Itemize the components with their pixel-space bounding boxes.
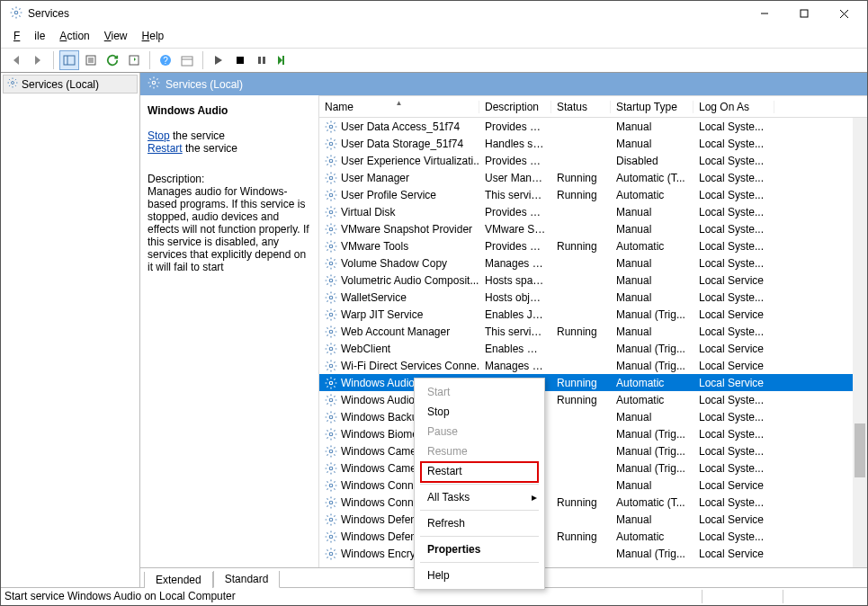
table-row[interactable]: WebClientEnables Win...Manual (Trig...Lo… [319, 340, 867, 357]
svg-rect-7 [64, 56, 75, 65]
svg-point-51 [329, 535, 333, 539]
row-desc: This service ... [479, 189, 551, 201]
help-button[interactable]: ? [156, 50, 175, 70]
table-row[interactable]: Windows BackupManualLocal Syste... [319, 408, 867, 425]
row-status: Running [551, 530, 611, 543]
row-startup: Manual (Trig... [611, 462, 694, 475]
row-desc: Provides su... [479, 155, 551, 167]
row-startup: Automatic (T... [611, 496, 694, 509]
forward-button[interactable] [28, 50, 48, 70]
table-row[interactable]: Windows AudioRunningAutomaticLocal Servi… [319, 374, 867, 391]
svg-marker-23 [278, 56, 282, 65]
ctx-refresh[interactable]: Refresh [415, 513, 544, 533]
stop-service-link[interactable]: Stop [148, 129, 170, 142]
minimize-button[interactable] [745, 1, 784, 26]
service-gear-icon [325, 360, 337, 372]
menu-file[interactable]: File [6, 28, 52, 46]
ctx-stop[interactable]: Stop [415, 402, 544, 422]
ctx-restart[interactable]: Restart [415, 461, 544, 481]
menu-action[interactable]: Action [52, 28, 96, 46]
panel-title: Services (Local) [166, 78, 243, 91]
table-row[interactable]: Windows DefenderManualLocal Service [319, 511, 867, 528]
table-row[interactable]: Virtual DiskProvides m...ManualLocal Sys… [319, 203, 867, 220]
show-hide-tree-button[interactable] [59, 50, 79, 70]
pause-service-button[interactable] [252, 50, 272, 70]
svg-marker-5 [13, 56, 19, 65]
table-row[interactable]: Warp JIT ServiceEnables JIT ...Manual (T… [319, 306, 867, 323]
table-row[interactable]: Windows Audio EnRunningAutomaticLocal Sy… [319, 391, 867, 408]
table-row[interactable]: VMware Snapshot ProviderVMware Sn...Manu… [319, 220, 867, 237]
table-row[interactable]: Windows ConnectiRunningAutomatic (T...Lo… [319, 494, 867, 511]
row-status: Running [551, 377, 611, 389]
menu-view[interactable]: View [97, 28, 135, 46]
svg-point-49 [329, 501, 333, 504]
service-gear-icon [325, 274, 337, 287]
col-startup[interactable]: Startup Type [611, 101, 694, 113]
row-startup: Manual [611, 223, 694, 236]
row-name: User Profile Service [341, 189, 436, 201]
table-row[interactable]: Windows BiometricManual (Trig...Local Sy… [319, 425, 867, 442]
table-row[interactable]: Windows DefenderRunningAutomaticLocal Sy… [319, 528, 867, 545]
properties-button[interactable] [81, 50, 101, 70]
scrollbar-thumb[interactable] [855, 423, 865, 477]
svg-point-38 [329, 313, 333, 316]
service-gear-icon [325, 325, 337, 338]
row-name: Warp JIT Service [341, 308, 423, 321]
ctx-pause: Pause [415, 422, 544, 441]
col-description[interactable]: Description [479, 101, 551, 113]
restart-service-link[interactable]: Restart [148, 142, 183, 155]
tab-standard[interactable]: Standard [213, 571, 281, 588]
table-row[interactable]: User Data Storage_51f74Handles sto...Man… [319, 135, 867, 152]
row-name: User Data Storage_51f74 [341, 138, 463, 150]
restart-service-button[interactable] [273, 50, 293, 70]
start-service-button[interactable] [209, 50, 228, 70]
table-row[interactable]: Volumetric Audio Composit...Hosts spatia… [319, 272, 867, 289]
row-logon: Local Syste... [694, 206, 774, 218]
service-gear-icon [325, 377, 337, 389]
table-row[interactable]: Windows ConnectManualLocal Service [319, 477, 867, 494]
tab-extended[interactable]: Extended [144, 572, 213, 588]
table-row[interactable]: Web Account ManagerThis service ...Runni… [319, 323, 867, 340]
nav-services-local[interactable]: Services (Local) [3, 75, 138, 94]
stop-service-button[interactable] [230, 50, 250, 70]
table-row[interactable]: WalletServiceHosts objec...ManualLocal S… [319, 289, 867, 306]
sort-indicator-icon: ▲ [396, 101, 403, 107]
table-row[interactable]: User ManagerUser Manag...RunningAutomati… [319, 169, 867, 186]
service-list: Name▲ Description Status Startup Type Lo… [318, 95, 867, 567]
nav-label: Services (Local) [22, 78, 99, 91]
maximize-button[interactable] [784, 1, 824, 26]
svg-marker-6 [35, 56, 40, 65]
table-row[interactable]: Windows Camera FManual (Trig...Local Sys… [319, 459, 867, 477]
ctx-all-tasks[interactable]: All Tasks▸ [415, 487, 544, 507]
ctx-help[interactable]: Help [415, 566, 544, 585]
row-startup: Manual [611, 513, 694, 526]
table-row[interactable]: Volume Shadow CopyManages an...ManualLoc… [319, 254, 867, 272]
ctx-properties[interactable]: Properties [415, 539, 544, 559]
scrollbar[interactable] [853, 118, 867, 567]
table-row[interactable]: User Data Access_51f74Provides ap...Manu… [319, 118, 867, 135]
service-gear-icon [325, 223, 337, 236]
col-name[interactable]: Name▲ [319, 101, 479, 113]
table-row[interactable]: Windows Camera FManual (Trig...Local Sys… [319, 442, 867, 459]
col-status[interactable]: Status [551, 101, 611, 113]
export-button[interactable] [124, 50, 144, 70]
table-row[interactable]: User Profile ServiceThis service ...Runn… [319, 186, 867, 203]
table-row[interactable]: Windows EncrypticManual (Trig...Local Se… [319, 545, 867, 562]
close-button[interactable] [824, 1, 864, 26]
table-row[interactable]: Wi-Fi Direct Services Conne...Manages co… [319, 357, 867, 374]
row-status: Running [551, 172, 611, 184]
service-gear-icon [325, 172, 337, 184]
row-name: VMware Snapshot Provider [341, 223, 472, 236]
detail-pane: Windows Audio Stop the service Restart t… [140, 95, 318, 567]
table-row[interactable]: User Experience Virtualizati...Provides … [319, 152, 867, 169]
svg-point-46 [329, 450, 333, 453]
refresh-button[interactable] [103, 50, 122, 70]
menu-help[interactable]: Help [135, 28, 172, 46]
back-button[interactable] [6, 50, 26, 70]
col-logon[interactable]: Log On As [694, 101, 774, 113]
row-status: Running [551, 240, 611, 253]
table-row[interactable]: VMware ToolsProvides su...RunningAutomat… [319, 237, 867, 254]
row-logon: Local Syste... [694, 496, 774, 509]
service-gear-icon [325, 240, 337, 253]
calendar-icon[interactable] [177, 50, 197, 70]
